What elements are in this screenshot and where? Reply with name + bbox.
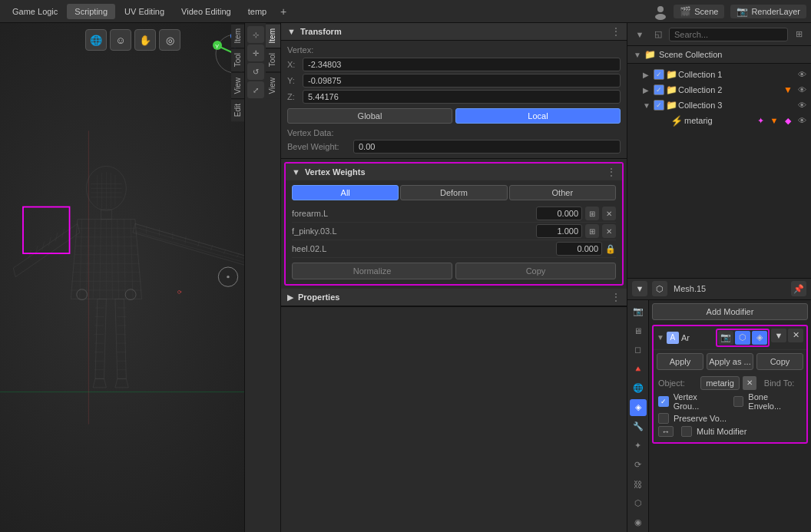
prop-physics-icon[interactable]: ⟳ <box>630 457 647 474</box>
outliner-search[interactable] <box>669 28 788 41</box>
outliner-filter-icon[interactable]: ⊞ <box>791 27 806 42</box>
mod-camera-btn[interactable]: 📷 <box>718 331 733 345</box>
prop-viewport-icon[interactable]: ◻ <box>630 342 647 359</box>
prop-render-icon[interactable]: 📷 <box>630 303 647 320</box>
prop-data-icon[interactable]: ⬡ <box>630 495 647 512</box>
vp-tool-move[interactable]: ✛ <box>247 45 264 61</box>
mesh-header-type-icon[interactable]: ⬡ <box>652 281 667 296</box>
coll3-vis-icon[interactable]: 👁 <box>796 99 808 111</box>
properties-panel-header[interactable]: ▶ Properties ⋮ <box>281 289 627 306</box>
vw-tab-deform[interactable]: Deform <box>400 185 507 200</box>
global-button[interactable]: Global <box>287 108 452 124</box>
x-value-input[interactable] <box>303 58 621 71</box>
mesh-header-dropdown[interactable]: ▼ <box>632 281 647 296</box>
apply-as-button[interactable]: Apply as ... <box>707 353 753 370</box>
prop-constraints-icon[interactable]: ⛓ <box>630 476 647 493</box>
mod-x-btn[interactable]: ✕ <box>788 329 803 342</box>
preserve-vol-check[interactable] <box>658 413 669 424</box>
menu-uv-editing[interactable]: UV Editing <box>117 4 172 19</box>
n-tab-tool[interactable]: Tool <box>231 48 244 71</box>
coll1-check[interactable]: ✓ <box>654 69 664 80</box>
prop-output-icon[interactable]: 🖥 <box>630 322 647 339</box>
vw-menu-icon[interactable]: ⋮ <box>607 167 616 177</box>
outliner-type-icon[interactable]: ◱ <box>650 27 666 42</box>
metarig-restrict3[interactable]: ◆ <box>782 114 794 127</box>
prop-material-icon[interactable]: ◉ <box>630 514 647 531</box>
coll2-vis-icon[interactable]: 👁 <box>796 84 808 96</box>
coll2-restrict-icon[interactable]: ▼ <box>782 84 794 96</box>
z-value-input[interactable] <box>303 90 621 104</box>
vw-close-pinky[interactable]: ✕ <box>602 224 616 238</box>
vp-tool-scale[interactable]: ⤢ <box>247 81 264 98</box>
mod-down-btn[interactable]: ▼ <box>771 329 786 342</box>
coll1-vis-icon[interactable]: 👁 <box>796 68 808 81</box>
metarig-restrict2[interactable]: ▼ <box>768 114 780 127</box>
outliner-dropdown-icon[interactable]: ▼ <box>632 27 647 42</box>
viewport-icon-circle[interactable]: ◎ <box>159 29 180 51</box>
vertex-weights-header[interactable]: ▼ Vertex Weights ⋮ <box>286 164 622 180</box>
local-button[interactable]: Local <box>455 108 621 124</box>
vp-tool-rotate[interactable]: ↺ <box>247 63 264 80</box>
multi-modifier-icon[interactable]: ↔ <box>658 426 674 437</box>
copy-mod-button[interactable]: Copy <box>756 353 803 370</box>
multi-modifier-check[interactable] <box>681 426 692 437</box>
transform-menu-icon[interactable]: ⋮ <box>611 26 621 37</box>
mod-vert-btn[interactable]: ⬡ <box>735 331 750 345</box>
menu-scripting[interactable]: Scripting <box>67 4 115 19</box>
coll2-check[interactable]: ✓ <box>654 84 664 95</box>
n-tab-edit[interactable]: Edit <box>231 98 244 121</box>
bone-envelopes-check[interactable] <box>733 396 744 407</box>
add-modifier-button[interactable]: Add Modifier <box>652 303 808 320</box>
menu-game-logic[interactable]: Game Logic <box>5 4 65 19</box>
metarig-vis-icon[interactable]: 👁 <box>796 114 808 127</box>
apply-button[interactable]: Apply <box>657 353 703 370</box>
vw-icon-forearm[interactable]: ⊞ <box>585 207 599 220</box>
vertex-groups-check[interactable]: ✓ <box>658 396 669 407</box>
render-layer-selector[interactable]: 📷 RenderLayer <box>730 5 806 18</box>
viewport-3d[interactable]: ⟳ 🌐 ☺ ✋ ◎ Z X Y <box>0 23 266 532</box>
collection-1-row[interactable]: ▶ ✓ 📁 Collection 1 👁 <box>627 67 811 82</box>
coll3-check[interactable]: ✓ <box>654 100 664 111</box>
prop-scene-icon[interactable]: 🔺 <box>630 361 647 378</box>
mesh-pin-icon[interactable]: 📌 <box>791 281 806 296</box>
normalize-button[interactable]: Normalize <box>292 263 452 279</box>
metarig-restrict1[interactable]: ✦ <box>754 114 766 127</box>
n-tab-view[interactable]: View <box>231 72 244 99</box>
prop-modifier-icon[interactable]: 🔧 <box>630 418 647 435</box>
vw-val-forearm[interactable] <box>536 207 582 220</box>
vw-close-forearm[interactable]: ✕ <box>602 207 616 220</box>
vw-val-heel[interactable] <box>556 242 602 256</box>
collection-3-row[interactable]: ▼ ✓ 📁 Collection 3 👁 <box>627 97 811 113</box>
viewport-icon-face[interactable]: ☺ <box>110 29 131 51</box>
menu-temp[interactable]: temp <box>240 4 274 19</box>
prop-object-icon[interactable]: ◈ <box>630 399 647 416</box>
copy-button[interactable]: Copy <box>455 263 616 279</box>
mod-render-btn[interactable]: ◈ <box>752 331 767 345</box>
transform-panel-header[interactable]: ▼ Transform ⋮ <box>281 23 627 41</box>
viewport-icon-globe[interactable]: 🌐 <box>85 29 107 51</box>
metarig-row[interactable]: ⚡ metarig ✦ ▼ ◆ 👁 <box>627 113 811 128</box>
y-value-input[interactable] <box>303 74 621 88</box>
viewport-icon-grab[interactable]: ✋ <box>134 29 156 51</box>
mod-collapse[interactable]: ▼ <box>657 333 664 342</box>
rp-tab-item[interactable]: Item <box>266 23 280 48</box>
menu-video-editing[interactable]: Video Editing <box>174 4 239 19</box>
scene-selector[interactable]: 🎬 Scene <box>674 5 724 18</box>
add-workspace-button[interactable]: + <box>276 4 291 19</box>
object-field-input[interactable]: metarig <box>700 376 740 390</box>
object-clear-btn[interactable]: ✕ <box>743 376 756 390</box>
vw-tab-other[interactable]: Other <box>509 185 616 200</box>
vp-tool-cursor[interactable]: ⊹ <box>247 26 264 43</box>
rp-tab-view[interactable]: View <box>266 72 280 99</box>
prop-world-icon[interactable]: 🌐 <box>630 380 647 397</box>
collection-2-row[interactable]: ▶ ✓ 📁 Collection 2 ▼ 👁 <box>627 82 811 97</box>
vw-tab-all[interactable]: All <box>292 185 399 200</box>
prop-particles-icon[interactable]: ✦ <box>630 438 647 454</box>
bevel-weight-input[interactable] <box>353 140 621 154</box>
vw-val-pinky[interactable] <box>536 224 582 238</box>
n-tab-item[interactable]: Item <box>231 23 244 48</box>
user-icon[interactable] <box>652 3 669 20</box>
properties-menu-icon[interactable]: ⋮ <box>611 292 621 302</box>
vw-icon-pinky[interactable]: ⊞ <box>585 224 599 238</box>
rp-tab-tool[interactable]: Tool <box>266 48 280 71</box>
